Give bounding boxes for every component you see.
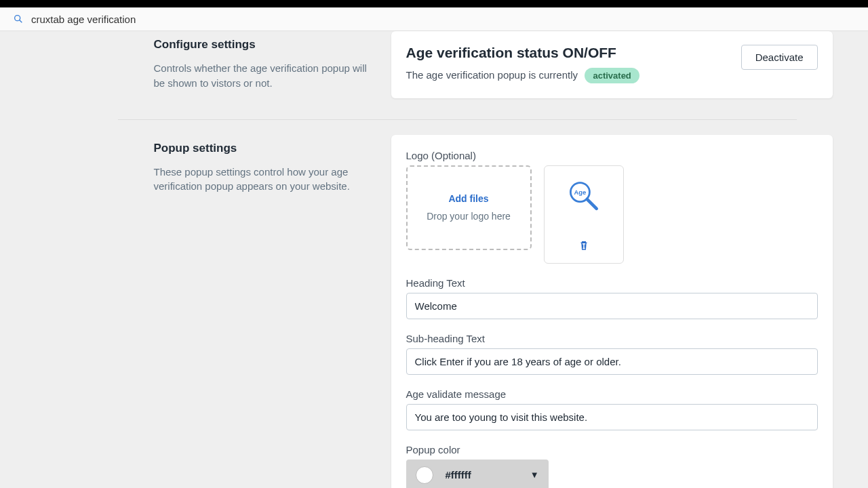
trash-icon [578, 243, 590, 253]
popup-description: These popup settings control how your ag… [154, 165, 371, 195]
configure-heading: Configure settings [154, 38, 371, 52]
magnifier-age-icon: Age [565, 178, 603, 219]
status-badge: activated [585, 68, 639, 83]
deactivate-button[interactable]: Deactivate [741, 45, 818, 70]
svg-text:Age: Age [574, 189, 586, 196]
logo-label: Logo (Optional) [406, 150, 818, 161]
window-chrome-top [0, 0, 868, 7]
app-title: cruxtab age verification [31, 14, 136, 25]
popup-color-label: Popup color [406, 444, 818, 455]
configure-section-info: Configure settings Controls whether the … [154, 31, 391, 104]
search-icon [12, 13, 24, 25]
add-files-link[interactable]: Add files [448, 193, 488, 204]
age-validate-input[interactable] [406, 404, 818, 430]
status-card: Age verification status ON/OFF The age v… [391, 31, 833, 98]
status-heading: Age verification status ON/OFF [406, 45, 639, 61]
popup-settings-card: Logo (Optional) Add files Drop your logo… [391, 135, 833, 489]
subheading-text-label: Sub-heading Text [406, 333, 818, 344]
logo-preview: Age [544, 165, 624, 264]
color-swatch [416, 466, 433, 484]
popup-heading: Popup settings [154, 142, 371, 155]
subheading-text-input[interactable] [406, 348, 818, 375]
configure-description: Controls whether the age verification po… [154, 61, 371, 91]
heading-text-input[interactable] [406, 293, 818, 319]
drop-hint: Drop your logo here [427, 211, 511, 222]
section-divider [118, 119, 797, 120]
svg-line-4 [587, 199, 596, 208]
popup-color-picker[interactable]: #ffffff ▼ [406, 460, 549, 489]
app-header: cruxtab age verification [0, 7, 868, 31]
chevron-down-icon: ▼ [530, 470, 539, 480]
status-text: The age verification popup is currently [406, 69, 578, 81]
heading-text-label: Heading Text [406, 277, 818, 289]
delete-logo-button[interactable] [575, 237, 593, 256]
logo-dropzone[interactable]: Add files Drop your logo here [406, 165, 532, 250]
svg-line-1 [19, 20, 22, 22]
age-validate-label: Age validate message [406, 388, 818, 400]
color-value: #ffffff [446, 469, 471, 481]
popup-section-info: Popup settings These popup settings cont… [154, 135, 391, 489]
